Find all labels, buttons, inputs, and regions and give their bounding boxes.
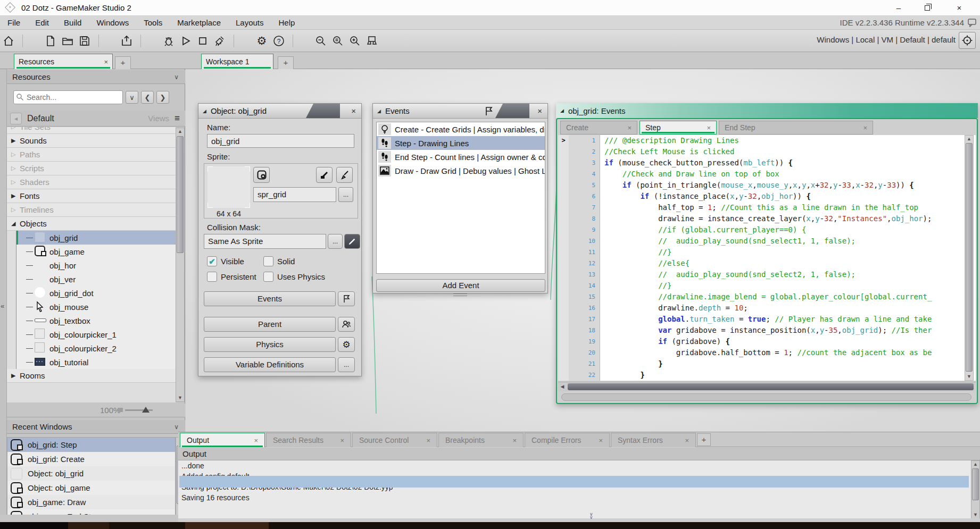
home-button[interactable] [1,33,16,49]
tree-item-fonts[interactable]: ▶Fonts [7,189,176,203]
collapse-window-icon[interactable]: ◢ [560,108,564,113]
zoom-out-button[interactable] [313,33,329,49]
menu-windows[interactable]: Windows [89,16,136,29]
code-window-scrollbar[interactable] [561,393,971,401]
tree-item-obj-colourpicker-2[interactable]: obj_colourpicker_2 [16,341,176,355]
tree-expander-icon[interactable]: ▷ [11,151,20,158]
events-window-titlebar[interactable]: ◢ Events × [373,104,547,119]
scrollbar-thumb[interactable] [966,143,973,372]
code-horizontal-scrollbar[interactable]: ◀ [558,382,976,391]
output-scrollbar[interactable]: ▲ ▼ [971,460,980,519]
tree-expander-icon[interactable]: ▶ [11,137,20,144]
tree-item-obj-tutorial[interactable]: obj_tutorial [16,355,176,369]
edit-sprite-image-button[interactable] [316,167,333,183]
scroll-down-icon[interactable]: ▼ [971,511,979,518]
tree-item-obj-ver[interactable]: obj_ver [16,272,176,286]
checkbox-uses-physics[interactable]: Uses Physics [263,272,348,282]
event-item-end[interactable]: End Step - Count lines | Assign owner & … [377,150,545,164]
new-sprite-button[interactable] [253,167,270,183]
tree-item-obj-grid-dot[interactable]: obj_grid_dot [16,286,176,300]
tab-close-icon[interactable]: × [685,436,689,444]
add-output-tab-button[interactable]: + [697,433,711,446]
tree-item-obj-textbox[interactable]: obj_textbox [16,314,176,328]
scroll-down-icon[interactable]: ▼ [176,394,184,401]
windowed-mode-button[interactable] [364,33,380,49]
output-tab-breakpoints[interactable]: Breakpoints× [438,433,524,447]
collision-edit-button[interactable] [344,234,360,249]
scroll-up-icon[interactable]: ▲ [965,136,973,142]
tab-close-icon[interactable]: × [426,436,430,444]
recent-window-obj-grid-step[interactable]: obj_grid: Step [7,438,175,452]
tree-item-obj-colourpicker-1[interactable]: obj_colourpicker_1 [16,328,176,341]
flag-icon-button[interactable] [338,291,355,306]
debug-button[interactable] [161,33,177,49]
tree-item-sounds[interactable]: ▶Sounds [7,134,176,148]
checkbox-box[interactable] [263,272,273,282]
tree-item-scripts[interactable]: ▷Scripts [7,162,176,175]
edit-sprite-button[interactable] [336,167,353,183]
tab-close-icon[interactable]: × [693,124,711,132]
tab-close-icon[interactable]: × [512,436,517,444]
parent-button[interactable]: Parent [204,317,336,332]
sprite-preview[interactable] [207,166,250,208]
tree-expander-icon[interactable]: ▶ [11,372,20,379]
settings-button[interactable]: ⚙ [254,33,270,49]
scroll-up-icon[interactable]: ▲ [176,128,184,135]
chat-icon[interactable] [967,19,977,27]
run-button[interactable] [178,33,194,49]
menu-help[interactable]: Help [271,16,303,29]
output-tab-syntax-errors[interactable]: Syntax Errors× [611,433,696,447]
search-prev-button[interactable]: ❮ [141,91,154,104]
scrollbar-thumb[interactable] [972,468,979,500]
tree-expander-icon[interactable]: ▷ [11,206,20,213]
resources-panel-header[interactable]: Resources ∨ [7,70,185,84]
gear-icon-button[interactable]: ⚙ [338,337,355,352]
output-tab-output[interactable]: Output× [180,433,265,447]
tree-expander-icon[interactable]: ▷ [11,179,20,186]
checkbox-solid[interactable]: Solid [263,256,348,266]
add-dock-tab-button[interactable]: + [115,56,131,69]
expand-output-button[interactable]: ∨∨ [589,513,593,519]
output-tab-source-control[interactable]: Source Control× [352,433,437,447]
tab-close-icon[interactable]: × [254,436,258,444]
tree-expander-icon[interactable]: ▶ [11,192,20,199]
recent-window-obj-grid-create[interactable]: obj_grid: Create [7,452,175,466]
code-tab-end-step[interactable]: End Step× [719,121,873,135]
scroll-up-icon[interactable]: ▲ [971,461,979,468]
tree-item-shaders[interactable]: ▷Shaders [7,175,176,189]
create-executable-button[interactable] [119,33,135,49]
clean-button[interactable] [212,33,228,49]
code-tab-step[interactable]: Step× [640,121,717,135]
scrollbar-thumb[interactable] [568,383,974,390]
code-editor[interactable]: >1/// @description Drawing Lines2//Check… [558,135,976,381]
menu-edit[interactable]: Edit [28,16,56,29]
add-event-button[interactable]: Add Event [376,279,545,292]
checkbox-box[interactable] [207,272,217,282]
target-manager-button[interactable] [959,32,976,49]
output-tab-search-results[interactable]: Search Results× [266,433,351,447]
zoom-in-button[interactable] [347,33,363,49]
event-item-create[interactable]: Create - Create Grids | Assign variables… [377,122,545,136]
tree-item-obj-hor[interactable]: obj_hor [16,258,176,272]
tab-close-icon[interactable]: × [340,436,344,444]
tab-close-icon[interactable]: × [599,436,603,444]
checkbox-visible[interactable]: ✔Visible [207,256,263,266]
close-window-button[interactable]: × [537,106,542,115]
tree-zoom-slider[interactable] [125,409,153,411]
tree-item-timelines[interactable]: ▷Timelines [7,203,176,217]
tab-workspace-1[interactable]: Workspace 1 [201,54,273,69]
checkbox-box[interactable]: ✔ [207,256,217,266]
tab-close-icon[interactable]: × [613,124,632,132]
tree-item-paths[interactable]: ▷Paths [7,148,176,162]
tree-item-obj-grid[interactable]: obj_grid [16,231,176,245]
maximize-button[interactable] [918,2,936,14]
event-item-step[interactable]: Step - Drawing Lines [377,136,545,150]
recent-window-object-obj-grid[interactable]: Object: obj_grid [7,466,175,481]
scroll-down-icon[interactable]: ▼ [965,373,973,380]
stop-button[interactable] [195,33,211,49]
collision-browse-button[interactable]: ... [328,234,343,249]
search-options-button[interactable]: ∨ [126,91,138,104]
tree-expander-icon[interactable]: ▷ [11,127,20,130]
sprite-select[interactable]: spr_grid [253,187,336,202]
collision-mask-select[interactable]: Same As Sprite [204,234,326,249]
